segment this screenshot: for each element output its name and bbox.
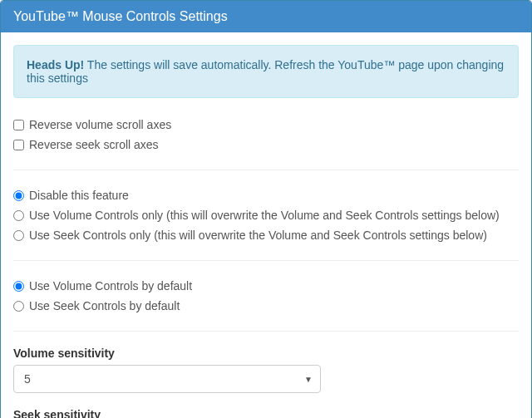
- seek-only-label: Use Seek Controls only (this will overwr…: [29, 227, 487, 243]
- panel-body: Heads Up! The settings will save automat…: [1, 32, 531, 418]
- default-volume-radio[interactable]: [13, 281, 24, 292]
- volume-only-label: Use Volume Controls only (this will over…: [29, 207, 500, 224]
- panel-title: YouTube™ Mouse Controls Settings: [13, 9, 228, 23]
- volume-sensitivity-label: Volume sensitivity: [13, 347, 519, 360]
- disable-feature-label: Disable this feature: [29, 187, 129, 204]
- volume-sensitivity-select[interactable]: 5: [13, 365, 321, 393]
- alert-text: The settings will save automatically. Re…: [27, 58, 504, 85]
- volume-only-row[interactable]: Use Volume Controls only (this will over…: [13, 205, 519, 225]
- default-seek-row[interactable]: Use Seek Controls by default: [13, 296, 519, 316]
- reverse-seek-label: Reverse seek scroll axes: [29, 136, 159, 153]
- default-seek-label: Use Seek Controls by default: [29, 298, 180, 314]
- seek-only-radio[interactable]: [13, 230, 24, 241]
- volume-sensitivity-select-wrap: 5 ▼: [13, 365, 321, 393]
- disable-feature-radio[interactable]: [13, 190, 24, 201]
- divider: [13, 331, 519, 332]
- panel-heading: YouTube™ Mouse Controls Settings: [1, 1, 531, 32]
- reverse-volume-label: Reverse volume scroll axes: [29, 116, 171, 133]
- default-volume-row[interactable]: Use Volume Controls by default: [13, 276, 519, 296]
- volume-only-radio[interactable]: [13, 210, 24, 221]
- settings-panel: YouTube™ Mouse Controls Settings Heads U…: [0, 0, 532, 418]
- reverse-seek-row[interactable]: Reverse seek scroll axes: [13, 135, 519, 155]
- reverse-volume-checkbox[interactable]: [13, 120, 24, 130]
- divider: [13, 170, 519, 170]
- info-alert: Heads Up! The settings will save automat…: [13, 45, 519, 98]
- default-volume-label: Use Volume Controls by default: [29, 278, 192, 294]
- default-seek-radio[interactable]: [13, 301, 24, 312]
- reverse-seek-checkbox[interactable]: [13, 140, 24, 150]
- reverse-volume-row[interactable]: Reverse volume scroll axes: [13, 115, 519, 135]
- seek-only-row[interactable]: Use Seek Controls only (this will overwr…: [13, 225, 519, 245]
- alert-strong: Heads Up!: [27, 58, 84, 71]
- divider: [13, 260, 519, 261]
- disable-feature-row[interactable]: Disable this feature: [13, 185, 519, 205]
- seek-sensitivity-label: Seek sensitivity: [13, 408, 519, 418]
